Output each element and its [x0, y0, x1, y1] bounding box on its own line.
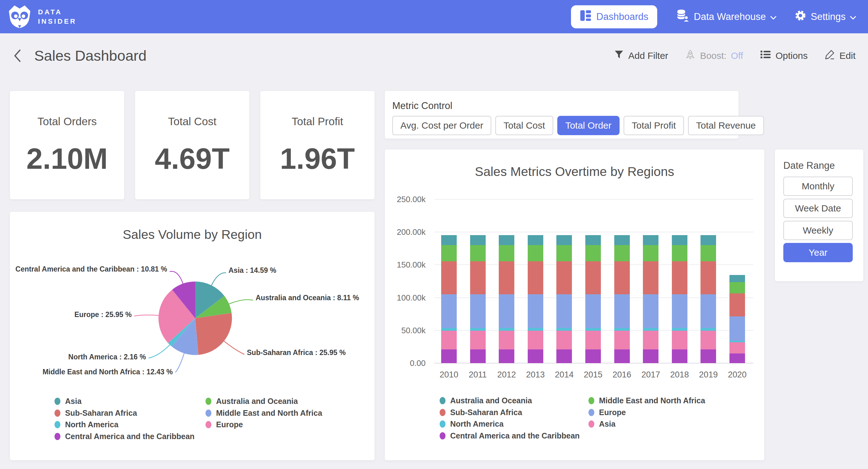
bar-legend-item-central-america-and-the-caribbean[interactable]: Central America and the Caribbean	[440, 430, 588, 442]
bar-segment-2015-europe[interactable]	[585, 294, 601, 328]
bar-segment-2012-north-america[interactable]	[499, 328, 514, 330]
bar-segment-2019-north-america[interactable]	[701, 328, 716, 330]
bar-segment-2013-asia[interactable]	[528, 331, 543, 349]
bar-segment-2016-sub-saharan-africa[interactable]	[614, 261, 630, 294]
bar-2018[interactable]	[672, 235, 687, 363]
bar-segment-2016-australia-and-oceania[interactable]	[614, 235, 630, 245]
boost-toggle[interactable]: Boost: Off	[685, 49, 743, 62]
pie-legend-item-sub-saharan-africa[interactable]: Sub-Saharan Africa	[55, 407, 206, 419]
bar-segment-2010-asia[interactable]	[441, 331, 457, 349]
bar-segment-2015-central-america-and-the-caribbean[interactable]	[585, 349, 601, 363]
bar-segment-2010-europe[interactable]	[441, 294, 457, 328]
bar-segment-2017-australia-and-oceania[interactable]	[643, 235, 658, 245]
bar-segment-2020-asia[interactable]	[730, 342, 745, 354]
bar-legend-item-europe[interactable]: Europe	[588, 407, 705, 418]
bar-segment-2014-north-america[interactable]	[556, 328, 572, 330]
add-filter-button[interactable]: Add Filter	[614, 50, 668, 62]
bar-segment-2012-sub-saharan-africa[interactable]	[499, 261, 514, 294]
bar-2011[interactable]	[470, 235, 486, 363]
bar-segment-2014-europe[interactable]	[556, 294, 572, 328]
bar-2013[interactable]	[528, 235, 543, 363]
bar-2010[interactable]	[441, 235, 457, 363]
bar-2019[interactable]	[701, 235, 716, 363]
bar-segment-2010-australia-and-oceania[interactable]	[441, 235, 457, 245]
date-range-button-weekly[interactable]: Weekly	[783, 221, 853, 240]
bar-segment-2012-central-america-and-the-caribbean[interactable]	[499, 349, 514, 363]
metric-button-total-cost[interactable]: Total Cost	[495, 116, 553, 135]
bar-legend-item-asia[interactable]: Asia	[588, 418, 705, 430]
bar-segment-2020-central-america-and-the-caribbean[interactable]	[730, 353, 745, 363]
metric-button-total-profit[interactable]: Total Profit	[624, 116, 684, 135]
bar-segment-2017-asia[interactable]	[643, 331, 658, 349]
bar-segment-2019-middle-east-and-north-africa[interactable]	[701, 245, 716, 261]
date-range-button-year[interactable]: Year	[783, 243, 853, 262]
bar-segment-2016-middle-east-and-north-africa[interactable]	[614, 245, 630, 261]
bar-2016[interactable]	[614, 235, 630, 363]
bar-2015[interactable]	[585, 235, 601, 363]
bar-segment-2011-australia-and-oceania[interactable]	[470, 235, 486, 245]
bar-segment-2016-europe[interactable]	[614, 294, 630, 328]
bar-legend-item-middle-east-and-north-africa[interactable]: Middle East and North Africa	[588, 395, 705, 407]
bar-segment-2018-asia[interactable]	[672, 331, 687, 349]
pie-legend-item-north-america[interactable]: North America	[55, 419, 206, 431]
bar-segment-2019-asia[interactable]	[701, 331, 716, 349]
bar-segment-2014-asia[interactable]	[556, 331, 572, 349]
bar-segment-2015-middle-east-and-north-africa[interactable]	[585, 245, 601, 261]
bar-segment-2018-middle-east-and-north-africa[interactable]	[672, 245, 687, 261]
bar-segment-2019-australia-and-oceania[interactable]	[701, 235, 716, 245]
bar-segment-2015-asia[interactable]	[585, 331, 601, 349]
bar-segment-2017-sub-saharan-africa[interactable]	[643, 261, 658, 294]
nav-settings[interactable]: Settings	[795, 10, 856, 24]
bar-segment-2018-sub-saharan-africa[interactable]	[672, 261, 687, 294]
bar-segment-2013-middle-east-and-north-africa[interactable]	[528, 245, 543, 261]
metric-button-total-revenue[interactable]: Total Revenue	[688, 116, 764, 135]
bar-segment-2013-europe[interactable]	[528, 294, 543, 328]
back-button[interactable]	[12, 48, 22, 63]
bar-2020[interactable]	[730, 275, 745, 363]
bar-segment-2015-sub-saharan-africa[interactable]	[585, 261, 601, 294]
bar-segment-2014-central-america-and-the-caribbean[interactable]	[556, 349, 572, 363]
pie-legend-item-asia[interactable]: Asia	[55, 395, 206, 407]
date-range-button-week-date[interactable]: Week Date	[783, 199, 853, 218]
bar-legend-item-australia-and-oceania[interactable]: Australia and Oceania	[440, 395, 588, 407]
bar-legend-item-sub-saharan-africa[interactable]: Sub-Saharan Africa	[440, 407, 588, 418]
pie-legend-item-australia-and-oceania[interactable]: Australia and Oceania	[206, 395, 322, 407]
nav-dashboards[interactable]: Dashboards	[571, 5, 657, 28]
bar-segment-2010-sub-saharan-africa[interactable]	[441, 261, 457, 294]
bar-segment-2014-australia-and-oceania[interactable]	[556, 235, 572, 245]
bar-segment-2015-north-america[interactable]	[585, 328, 601, 330]
bar-segment-2019-sub-saharan-africa[interactable]	[701, 261, 716, 294]
bar-segment-2020-middle-east-and-north-africa[interactable]	[730, 282, 745, 293]
bar-segment-2015-australia-and-oceania[interactable]	[585, 235, 601, 245]
bar-segment-2012-europe[interactable]	[499, 294, 514, 328]
date-range-button-monthly[interactable]: Monthly	[783, 177, 853, 196]
bar-segment-2012-asia[interactable]	[499, 331, 514, 349]
bar-2017[interactable]	[643, 235, 658, 363]
bar-segment-2017-north-america[interactable]	[643, 328, 658, 330]
bar-segment-2011-north-america[interactable]	[470, 328, 486, 330]
bar-segment-2016-asia[interactable]	[614, 331, 630, 349]
edit-button[interactable]: Edit	[825, 49, 856, 62]
options-button[interactable]: Options	[760, 50, 808, 62]
bar-segment-2011-central-america-and-the-caribbean[interactable]	[470, 349, 486, 363]
bar-legend-item-north-america[interactable]: North America	[440, 418, 588, 430]
brand-logo[interactable]: DATA INSIDER	[7, 3, 76, 31]
bar-segment-2017-central-america-and-the-caribbean[interactable]	[643, 349, 658, 363]
bar-segment-2020-europe[interactable]	[730, 316, 745, 341]
metric-button-avg-cost-per-order[interactable]: Avg. Cost per Order	[392, 116, 491, 135]
bar-segment-2019-europe[interactable]	[701, 294, 716, 328]
bar-segment-2016-central-america-and-the-caribbean[interactable]	[614, 349, 630, 363]
bar-segment-2013-north-america[interactable]	[528, 328, 543, 330]
bar-2014[interactable]	[556, 235, 572, 363]
bar-segment-2014-sub-saharan-africa[interactable]	[556, 261, 572, 294]
bar-segment-2010-central-america-and-the-caribbean[interactable]	[441, 349, 457, 363]
bar-segment-2016-north-america[interactable]	[614, 328, 630, 330]
pie-legend-item-central-america-and-the-caribbean[interactable]: Central America and the Caribbean	[55, 431, 206, 442]
bar-segment-2018-north-america[interactable]	[672, 328, 687, 330]
bar-segment-2011-asia[interactable]	[470, 331, 486, 349]
bar-2012[interactable]	[499, 235, 514, 363]
bar-segment-2011-europe[interactable]	[470, 294, 486, 328]
pie-legend-item-europe[interactable]: Europe	[206, 419, 322, 431]
bar-segment-2014-middle-east-and-north-africa[interactable]	[556, 245, 572, 261]
bar-segment-2017-europe[interactable]	[643, 294, 658, 328]
